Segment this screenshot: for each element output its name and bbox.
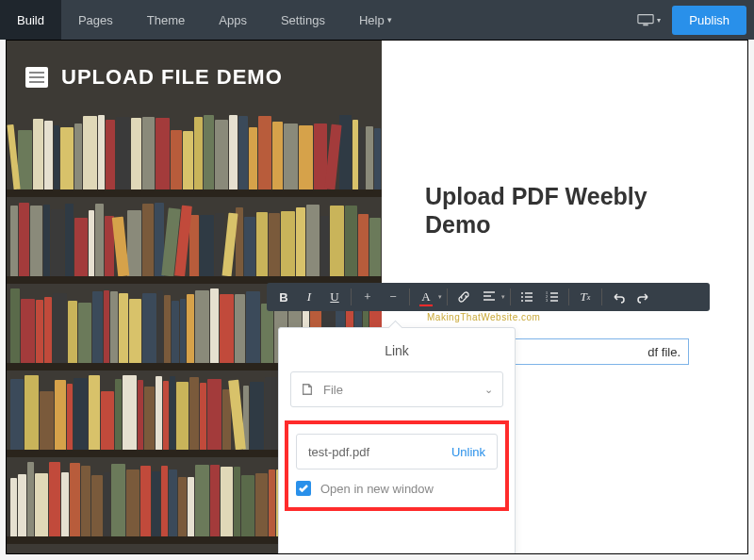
- chevron-down-icon: ▾: [438, 293, 442, 301]
- link-type-label: File: [323, 383, 475, 397]
- page-heading[interactable]: Upload PDF Weebly Demo: [425, 182, 710, 239]
- toolbar-separator: [447, 288, 448, 305]
- nav-tab-help[interactable]: Help▾: [342, 0, 409, 40]
- chevron-down-icon: ▾: [501, 293, 505, 301]
- nav-tab-theme[interactable]: Theme: [130, 0, 202, 40]
- linked-file-row: test-pdf.pdf Unlink: [296, 434, 498, 469]
- svg-rect-0: [638, 15, 653, 24]
- svg-point-4: [521, 300, 523, 302]
- visible-body-text: df file.: [647, 345, 680, 359]
- numbered-list-button[interactable]: 123: [541, 286, 564, 308]
- chevron-down-icon: ⌄: [484, 384, 493, 396]
- device-preview-selector[interactable]: ▾: [637, 13, 661, 26]
- open-new-window-label: Open in new window: [320, 482, 434, 496]
- unlink-button[interactable]: Unlink: [451, 445, 485, 459]
- clear-formatting-button[interactable]: Tx: [574, 286, 597, 308]
- link-type-selector[interactable]: File ⌄: [290, 371, 503, 407]
- topbar-right: ▾ Publish: [637, 6, 746, 35]
- link-settings-popover: Link File ⌄ test-pdf.pdf Unlink Open in …: [278, 327, 516, 554]
- highlighted-region: test-pdf.pdf Unlink Open in new window: [285, 420, 509, 511]
- svg-text:3: 3: [546, 298, 548, 303]
- top-navigation-bar: Build Pages Theme Apps Settings Help▾ ▾ …: [0, 0, 754, 40]
- align-button[interactable]: [478, 286, 500, 308]
- nav-tab-pages[interactable]: Pages: [61, 0, 130, 40]
- nav-tabs: Build Pages Theme Apps Settings Help▾: [0, 0, 409, 40]
- decrease-size-button[interactable]: −: [382, 286, 404, 308]
- chevron-down-icon: ▾: [387, 15, 392, 25]
- text-editor-toolbar: B I U + − A ▾ ▾ 123 Tx: [267, 283, 710, 311]
- nav-tab-settings[interactable]: Settings: [264, 0, 342, 40]
- toolbar-separator: [510, 288, 511, 305]
- italic-button[interactable]: I: [298, 286, 320, 308]
- popover-title: Link: [279, 328, 515, 371]
- toolbar-separator: [351, 288, 352, 305]
- undo-button[interactable]: [607, 286, 630, 308]
- svg-point-2: [521, 292, 523, 294]
- hamburger-menu-icon[interactable]: [25, 67, 48, 88]
- chevron-down-icon: ▾: [657, 16, 661, 25]
- site-title: UPLOAD FILE DEMO: [61, 65, 283, 90]
- increase-size-button[interactable]: +: [356, 286, 379, 308]
- check-icon: [299, 485, 308, 492]
- desktop-icon: [637, 13, 654, 26]
- text-color-button[interactable]: A: [415, 286, 437, 308]
- nav-tab-apps[interactable]: Apps: [202, 0, 264, 40]
- bullet-list-button[interactable]: [516, 286, 538, 308]
- link-button[interactable]: [452, 286, 475, 308]
- open-new-window-checkbox[interactable]: [296, 481, 311, 496]
- svg-rect-1: [644, 25, 648, 26]
- underline-button[interactable]: U: [323, 286, 346, 308]
- bold-button[interactable]: B: [272, 286, 295, 308]
- toolbar-separator: [601, 288, 602, 305]
- redo-button[interactable]: [632, 286, 655, 308]
- open-new-window-row[interactable]: Open in new window: [296, 481, 498, 496]
- editor-canvas: UPLOAD FILE DEMO Upload PDF Weebly Demo …: [0, 40, 754, 560]
- svg-point-3: [521, 296, 523, 298]
- sub-url-text: MakingThatWebsite.com: [427, 312, 540, 322]
- toolbar-separator: [568, 288, 569, 305]
- nav-tab-help-label: Help: [359, 13, 385, 27]
- page-preview-frame: UPLOAD FILE DEMO Upload PDF Weebly Demo …: [6, 40, 748, 554]
- file-icon: [301, 383, 314, 396]
- linked-file-name: test-pdf.pdf: [308, 445, 451, 459]
- publish-button[interactable]: Publish: [672, 6, 746, 35]
- nav-tab-build[interactable]: Build: [0, 0, 61, 40]
- hero-header: UPLOAD FILE DEMO: [7, 41, 382, 114]
- toolbar-separator: [409, 288, 410, 305]
